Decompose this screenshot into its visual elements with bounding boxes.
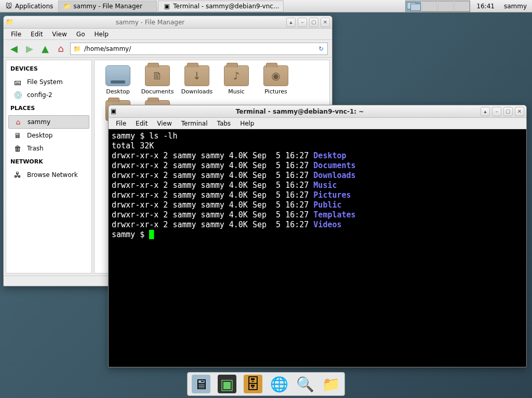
term-dir: Templates [313,210,355,219]
sidebar-item-trash[interactable]: 🗑 Trash [8,142,89,155]
term-title: Terminal - sammy@debian9-vnc-1: ~ [121,108,478,115]
fm-toolbar: ◀ ▶ ▲ ⌂ 📁 /home/sammy/ ↻ [4,40,332,58]
desktop-icon: 🖥 [12,131,23,140]
dock-find[interactable]: 🔍 [296,375,314,393]
term-dir: Public [313,200,341,210]
drive-icon: 🖴 [12,78,23,86]
terminal-icon: ▣ [163,2,171,10]
menu-terminal[interactable]: Terminal [177,119,212,128]
term-line: drwxr-xr-x 2 sammy sammy 4.0K Sep 5 16:2… [112,200,313,210]
sidebar-item-label: Desktop [27,132,53,139]
dock-browser[interactable]: 🌐 [270,375,288,393]
bottom-dock: 🖥 ▣ 🗄 🌐 🔍 📁 [187,372,345,396]
sidebar-item-sammy[interactable]: ⌂ sammy [8,115,89,129]
sidebar-item-desktop[interactable]: 🖥 Desktop [8,129,89,142]
home-icon[interactable]: ⌂ [55,43,67,55]
sidebar-item-config2[interactable]: 💿 config-2 [8,89,89,101]
maximize-button[interactable]: ▢ [309,18,318,27]
menu-edit[interactable]: Edit [131,119,152,128]
shade-button[interactable]: ▴ [286,18,296,27]
sidebar-item-filesystem[interactable]: 🖴 File System [8,76,89,88]
menu-view[interactable]: View [48,30,71,39]
taskbar-terminal[interactable]: ▣ Terminal - sammy@debian9-vnc... [158,1,284,12]
folder-label: Downloads [179,88,215,95]
pictures-icon: ◉ [263,65,288,86]
disc-icon: 💿 [12,91,23,99]
sidebar-item-label: config-2 [27,91,52,99]
minimize-button[interactable]: – [492,107,501,116]
workspace-3[interactable] [438,1,454,11]
top-panel: 🐭 Applications 📁 sammy - File Manager ▣ … [0,0,532,12]
term-line: drwxr-xr-x 2 sammy sammy 4.0K Sep 5 16:2… [112,220,313,229]
menu-help[interactable]: Help [236,119,258,128]
folder-icon: 📁 [63,2,71,10]
trash-icon: 🗑 [12,144,23,153]
applications-menu[interactable]: 🐭 Applications [0,1,58,12]
term-dir: Desktop [313,151,346,160]
forward-icon[interactable]: ▶ [23,43,36,55]
menu-file[interactable]: File [112,119,130,128]
folder-pictures[interactable]: ◉ Pictures [258,65,294,95]
menu-tabs[interactable]: Tabs [213,119,235,128]
menu-view[interactable]: View [153,119,176,128]
close-button[interactable]: ✕ [321,18,330,27]
folder-desktop[interactable]: Desktop [100,65,136,95]
documents-icon: 🗎 [145,65,170,86]
fm-titlebar[interactable]: 📁 sammy - File Manager ▴ – ▢ ✕ [4,16,332,29]
back-icon[interactable]: ◀ [8,43,20,55]
fm-sidebar: DEVICES 🖴 File System 💿 config-2 PLACES … [6,60,92,273]
folder-downloads[interactable]: ↓ Downloads [179,65,215,95]
term-dir: Videos [313,220,341,229]
menu-go[interactable]: Go [72,30,89,39]
shade-button[interactable]: ▴ [481,107,490,116]
user-menu[interactable]: sammy [499,3,532,10]
folder-music[interactable]: ♪ Music [218,65,255,95]
sidebar-item-browse-network[interactable]: 🖧 Browse Network [8,169,89,181]
workspace-2[interactable] [422,1,437,11]
term-line: drwxr-xr-x 2 sammy sammy 4.0K Sep 5 16:2… [112,161,313,170]
terminal-content[interactable]: sammy $ ls -lh total 32K drwxr-xr-x 2 sa… [109,129,526,367]
term-line: sammy $ ls -lh [112,131,177,141]
maximize-button[interactable]: ▢ [503,107,513,116]
minimize-button[interactable]: – [298,18,307,27]
term-titlebar[interactable]: ▣ Terminal - sammy@debian9-vnc-1: ~ ▴ – … [109,105,526,118]
taskbar-label: Terminal - sammy@debian9-vnc... [173,3,279,10]
dock-filemanager[interactable]: 🗄 [244,375,262,393]
home-icon: ⌂ [13,118,23,126]
workspace-switcher[interactable] [405,1,470,12]
term-line: drwxr-xr-x 2 sammy sammy 4.0K Sep 5 16:2… [112,171,313,180]
refresh-icon[interactable]: ↻ [317,45,325,53]
workspace-1[interactable] [406,1,421,11]
close-button[interactable]: ✕ [515,107,524,116]
term-line: drwxr-xr-x 2 sammy sammy 4.0K Sep 5 16:2… [112,151,313,160]
term-dir: Music [313,181,337,190]
path-text: /home/sammy/ [84,45,131,52]
sidebar-item-label: Browse Network [27,171,78,179]
term-line: total 32K [112,141,154,150]
music-icon: ♪ [224,65,249,86]
clock[interactable]: 16:41 [472,3,499,10]
folder-label: Pictures [258,88,294,95]
taskbar-filemanager[interactable]: 📁 sammy - File Manager [58,1,157,12]
dock-folder[interactable]: 📁 [322,375,340,393]
desktop-icon [105,65,130,86]
dock-show-desktop[interactable]: 🖥 [192,375,210,393]
menu-edit[interactable]: Edit [26,30,47,39]
menu-help[interactable]: Help [90,30,112,39]
terminal-icon: ▣ [111,107,119,116]
applications-label: Applications [15,3,53,10]
workspace-4[interactable] [454,1,470,11]
terminal-window: ▣ Terminal - sammy@debian9-vnc-1: ~ ▴ – … [108,105,527,367]
folder-documents[interactable]: 🗎 Documents [139,65,176,95]
cursor-icon: █ [149,230,154,239]
sb-places-hdr: PLACES [6,102,91,115]
menu-file[interactable]: File [7,30,25,39]
path-bar[interactable]: 📁 /home/sammy/ ↻ [70,43,328,55]
folder-icon: 📁 [6,18,14,26]
folder-icon: 📁 [73,45,81,53]
folder-label: Music [218,88,255,95]
sb-devices-hdr: DEVICES [6,62,91,75]
up-icon[interactable]: ▲ [39,43,51,55]
term-line: drwxr-xr-x 2 sammy sammy 4.0K Sep 5 16:2… [112,190,313,200]
dock-terminal[interactable]: ▣ [218,375,236,393]
